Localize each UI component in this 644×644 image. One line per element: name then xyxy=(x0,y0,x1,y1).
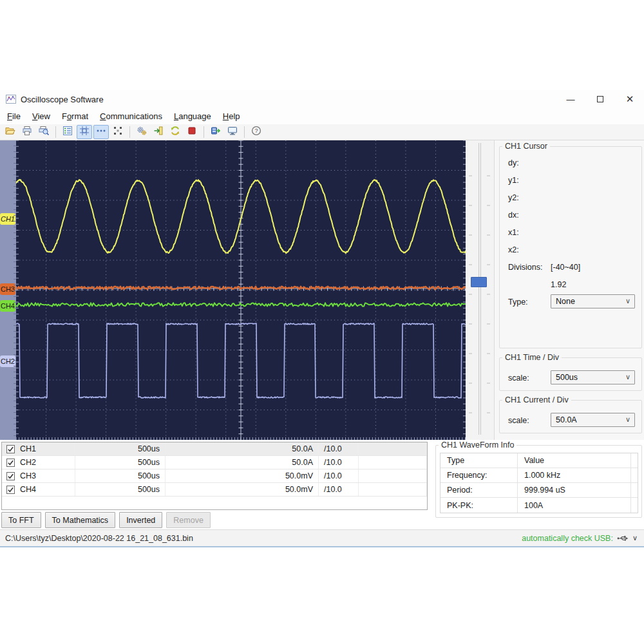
info-col-filler xyxy=(631,453,638,468)
maximize-icon xyxy=(597,96,603,102)
inverted-button[interactable]: Inverted xyxy=(119,512,162,528)
close-icon: ✕ xyxy=(626,93,634,105)
help-icon: ? xyxy=(251,126,261,138)
to-fft-button[interactable]: To FFT xyxy=(1,512,41,528)
toolbar-separator xyxy=(204,126,204,138)
help-button[interactable]: ? xyxy=(249,125,264,139)
channel-tag-ch3[interactable]: CH3 xyxy=(0,283,15,295)
menu-item-view[interactable]: View xyxy=(26,109,56,123)
time-div-groupbox: CH1 Time / Div scale: 500us ∨ xyxy=(499,353,642,391)
time-scale-label: scale: xyxy=(508,374,529,383)
menu-item-communications[interactable]: Communications xyxy=(94,109,168,123)
toolbar-separator xyxy=(55,126,56,138)
print-preview-button[interactable] xyxy=(36,125,52,139)
info-col-value: Value xyxy=(518,453,631,468)
vertical-scroll-gutter xyxy=(466,140,494,440)
chevron-down-icon: ∨ xyxy=(625,415,630,424)
info-type: PK-PK: xyxy=(440,498,518,513)
to-mathematics-button[interactable]: To Mathematics xyxy=(45,512,116,528)
cursor-field-row: y1: xyxy=(500,172,641,189)
remote-display-icon xyxy=(227,126,238,138)
cursor-field-label: x1: xyxy=(508,228,519,237)
chevron-down-icon[interactable]: ∨ xyxy=(632,534,638,542)
channels-table: CH1500us50.0A/10.0CH2500us50.0A/10.0CH35… xyxy=(1,442,428,510)
cursor-field-value: 1.92 xyxy=(551,280,566,289)
info-row: Frequency:1.000 kHz xyxy=(440,468,638,483)
refresh-button[interactable] xyxy=(167,125,183,139)
info-value: 1.000 kHz xyxy=(518,468,631,482)
channel-checkbox[interactable] xyxy=(6,445,15,453)
channel-label-strip: CH1CH3CH4CH2 xyxy=(0,140,16,440)
refresh-icon xyxy=(170,126,180,138)
channel-row-ch3[interactable]: CH3500us50.0mV/10.0 xyxy=(2,469,427,483)
open-file-icon xyxy=(5,126,15,138)
action-button-row: To FFTTo MathematicsInvertedRemove xyxy=(1,512,211,528)
channel-checkbox[interactable] xyxy=(6,472,15,480)
channel-scale: 50.0mV xyxy=(166,469,319,482)
dots-view-button[interactable] xyxy=(93,125,109,139)
channel-checkbox[interactable] xyxy=(6,486,15,494)
toolbar-separator xyxy=(244,126,245,138)
cursor-type-dropdown[interactable]: None ∨ xyxy=(551,294,635,308)
menu-item-language[interactable]: Language xyxy=(168,109,217,123)
settings-gears-button[interactable] xyxy=(134,125,149,139)
oscilloscope-app-window: Oscilloscope Software — ✕ FileViewFormat… xyxy=(0,0,644,644)
minimize-button[interactable]: — xyxy=(558,90,583,108)
menu-item-help[interactable]: Help xyxy=(217,109,246,123)
info-value: 999.994 uS xyxy=(518,483,631,497)
channel-name: CH1 xyxy=(20,444,36,453)
current-div-groupbox: CH1 Current / Div scale: 50.0A ∨ xyxy=(499,395,642,433)
stop-record-button[interactable] xyxy=(184,125,200,139)
cursor-fields: dy:y1:y2:dx:x1:x2:Divisions:[-40~40]1.92 xyxy=(500,151,641,294)
waveform-info-table: TypeValueFrequency:1.000 kHzPeriod:999.9… xyxy=(440,453,638,513)
remote-display-button[interactable] xyxy=(225,125,240,139)
maximize-button[interactable] xyxy=(587,90,613,108)
position-slider-track[interactable] xyxy=(478,143,481,435)
channel-row-ch2[interactable]: CH2500us50.0A/10.0 xyxy=(2,456,427,469)
channel-probe: /10.0 xyxy=(319,456,359,469)
scatter-view-button[interactable] xyxy=(110,125,126,139)
cursor-groupbox-title: CH1 Cursor xyxy=(502,142,550,151)
channel-row-ch4[interactable]: CH4500us50.0mV/10.0 xyxy=(2,483,427,497)
current-scale-label: scale: xyxy=(508,416,529,425)
stop-record-icon xyxy=(187,126,197,138)
info-filler xyxy=(631,498,638,513)
channel-timebase: 500us xyxy=(75,469,166,482)
gutter-ticks-left xyxy=(469,147,472,433)
toolbar-separator xyxy=(129,126,130,138)
menu-bar: FileViewFormatCommunicationsLanguageHelp xyxy=(0,108,644,124)
time-scale-dropdown[interactable]: 500us ∨ xyxy=(551,370,635,384)
export-media-button[interactable] xyxy=(208,125,223,139)
cursor-type-row: Type: None ∨ xyxy=(500,294,641,311)
channel-tag-ch2[interactable]: CH2 xyxy=(0,355,15,367)
channel-tag-ch1[interactable]: CH1 xyxy=(0,213,15,225)
print-button[interactable] xyxy=(19,125,35,139)
chevron-down-icon: ∨ xyxy=(625,373,630,381)
position-slider-handle[interactable] xyxy=(471,277,487,287)
channel-list-button[interactable] xyxy=(60,125,75,139)
grid-view-icon xyxy=(79,126,90,138)
loaded-file-path: C:\Users\tyz\Desktop\2020-08-22 16_21_08… xyxy=(5,534,193,543)
current-scale-dropdown[interactable]: 50.0A ∨ xyxy=(551,413,635,427)
cursor-groupbox: CH1 Cursor dy:y1:y2:dx:x1:x2:Divisions:[… xyxy=(499,142,642,348)
info-row: PK-PK:100A xyxy=(440,498,638,513)
scatter-view-icon xyxy=(113,126,123,138)
close-button[interactable]: ✕ xyxy=(617,90,643,108)
menu-item-file[interactable]: File xyxy=(1,109,26,123)
channel-name: CH4 xyxy=(20,485,36,494)
usb-icon xyxy=(617,534,629,542)
waveform-plot[interactable] xyxy=(16,140,466,440)
channel-checkbox[interactable] xyxy=(6,459,15,467)
info-header-row: TypeValue xyxy=(440,453,638,468)
open-file-button[interactable] xyxy=(3,125,18,139)
import-data-button[interactable] xyxy=(151,125,166,139)
grid-view-button[interactable] xyxy=(77,125,92,139)
current-scale-value: 50.0A xyxy=(556,415,577,424)
window-title: Oscilloscope Software xyxy=(21,95,104,104)
cursor-field-value: [-40~40] xyxy=(551,263,580,272)
channel-row-filler xyxy=(359,442,427,455)
cursor-field-label: x2: xyxy=(508,245,519,254)
channel-tag-ch4[interactable]: CH4 xyxy=(0,300,15,312)
menu-item-format[interactable]: Format xyxy=(56,109,94,123)
channel-row-ch1[interactable]: CH1500us50.0A/10.0 xyxy=(2,442,427,456)
